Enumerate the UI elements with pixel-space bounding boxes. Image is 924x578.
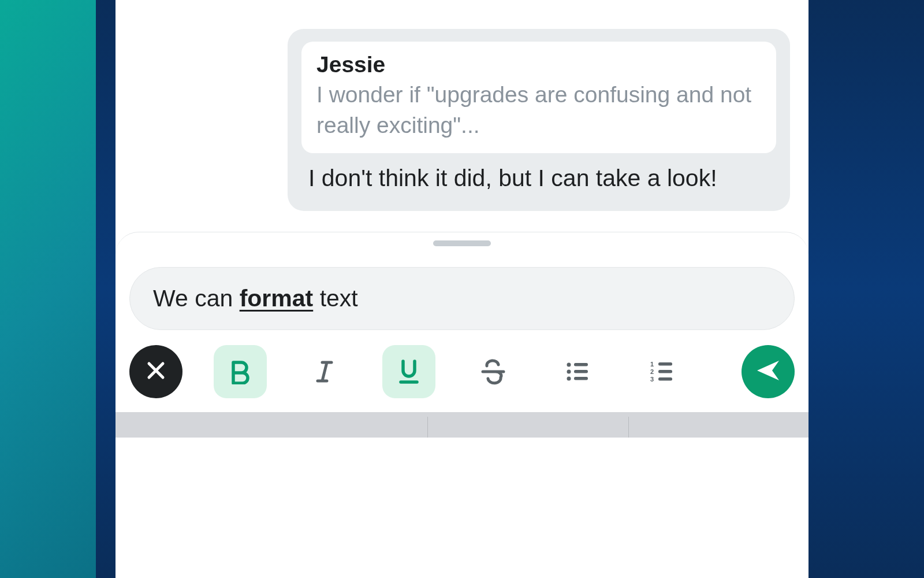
svg-point-4 <box>567 376 571 380</box>
svg-rect-5 <box>574 377 588 380</box>
keyboard-suggestion-strip[interactable] <box>116 412 808 438</box>
background-strip-right <box>808 0 924 578</box>
drag-handle[interactable] <box>433 240 491 246</box>
input-text-formatted: format <box>240 285 314 312</box>
close-icon <box>144 359 167 384</box>
close-format-button[interactable] <box>129 345 182 398</box>
reply-message-text: I don't think it did, but I can take a l… <box>301 162 776 194</box>
underline-button[interactable] <box>382 345 435 398</box>
svg-rect-9 <box>658 370 672 373</box>
message-input[interactable]: We can format text <box>129 267 795 330</box>
message-composer: We can format text <box>116 232 808 438</box>
svg-rect-1 <box>574 363 588 366</box>
bold-icon <box>228 359 253 384</box>
conversation-area: Jessie I wonder if "upgrades are confusi… <box>116 0 808 211</box>
italic-icon <box>312 359 337 384</box>
bullet-list-button[interactable] <box>551 345 604 398</box>
svg-point-0 <box>567 362 571 366</box>
underline-icon <box>396 359 422 384</box>
chat-app: Jessie I wonder if "upgrades are confusi… <box>116 0 808 578</box>
italic-button[interactable] <box>298 345 351 398</box>
quoted-sender-name: Jessie <box>316 52 761 77</box>
quoted-message[interactable]: Jessie I wonder if "upgrades are confusi… <box>301 42 776 153</box>
input-text-suffix: text <box>313 285 357 312</box>
send-icon <box>754 356 783 387</box>
background-strip-left <box>0 0 116 578</box>
bullet-list-icon <box>564 358 591 386</box>
numbered-list-icon: 1 2 3 <box>648 358 676 386</box>
outgoing-message-bubble[interactable]: Jessie I wonder if "upgrades are confusi… <box>288 29 790 211</box>
bold-button[interactable] <box>214 345 267 398</box>
strikethrough-icon <box>479 358 507 386</box>
quoted-message-text: I wonder if "upgrades are confusing and … <box>316 80 761 140</box>
svg-text:1: 1 <box>650 361 654 368</box>
format-toolbar: 1 2 3 <box>116 330 808 412</box>
svg-point-2 <box>567 369 571 373</box>
svg-rect-11 <box>658 377 672 381</box>
strikethrough-button[interactable] <box>467 345 520 398</box>
input-text-prefix: We can <box>153 285 240 312</box>
svg-text:2: 2 <box>650 368 654 375</box>
send-button[interactable] <box>742 345 795 398</box>
numbered-list-button[interactable]: 1 2 3 <box>635 345 688 398</box>
svg-rect-3 <box>574 370 588 373</box>
svg-rect-7 <box>658 362 672 366</box>
svg-text:3: 3 <box>650 376 654 383</box>
